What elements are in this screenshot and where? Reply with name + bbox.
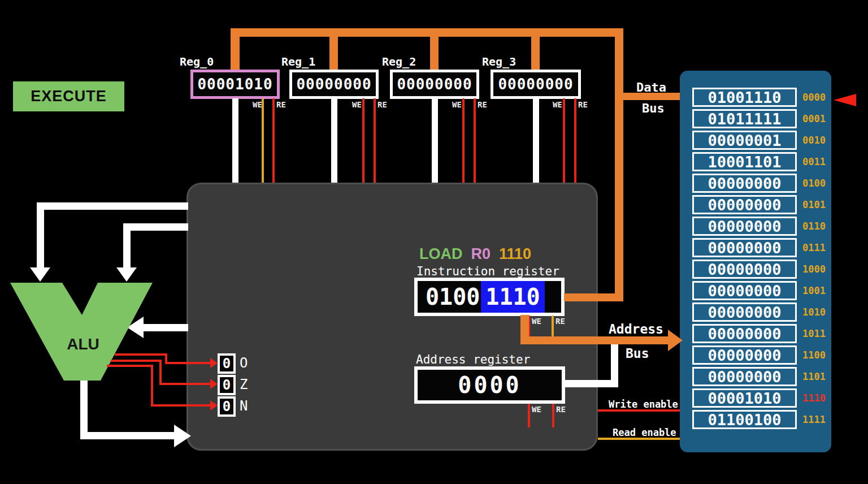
memory-value: 01001110 xyxy=(708,89,781,106)
ar-re-label: RE xyxy=(556,405,566,414)
address-bus-arrow-icon xyxy=(668,330,683,351)
alu-output-wire-h xyxy=(80,432,175,439)
reg0-label: Reg_0 xyxy=(180,55,214,68)
memory-address: 1101 xyxy=(802,371,826,382)
memory-address: 1011 xyxy=(802,328,826,339)
reg2-we-wire xyxy=(462,98,465,183)
ir-re-label: RE xyxy=(555,317,565,326)
address-bus-label-line2: Bus xyxy=(626,346,649,361)
address-bus-horizontal xyxy=(520,336,669,344)
reg3-we-label: WE xyxy=(553,100,562,109)
data-bus-drop-reg2 xyxy=(430,35,439,71)
reg0-box: 00001010 xyxy=(190,70,280,99)
flag-o-wire-1 xyxy=(115,353,167,356)
reg3-re-wire xyxy=(574,98,576,183)
memory-value: 00000000 xyxy=(708,325,781,343)
reg1-re-label: RE xyxy=(377,100,387,109)
memory-pointer-arrow-icon xyxy=(834,94,856,106)
memory-row: 00000000 xyxy=(692,217,797,236)
memory-value: 00001010 xyxy=(708,390,781,407)
memory-value: 00000000 xyxy=(708,304,781,321)
flag-n-arrow-icon xyxy=(210,400,218,410)
memory-address: 1001 xyxy=(802,285,826,296)
reg1-value: 00000000 xyxy=(296,76,371,93)
memory-row: 01011111 xyxy=(692,109,797,128)
memory-address: 0100 xyxy=(802,178,826,189)
memory-address: 1010 xyxy=(802,306,826,318)
flag-o-label: O xyxy=(240,355,248,371)
memory-row: 00000000 xyxy=(692,195,797,214)
memory-row: 00000000 xyxy=(692,174,797,193)
reg3-value: 00000000 xyxy=(498,76,573,93)
memory-row: 00000000 xyxy=(692,345,797,365)
memory-row: 00000000 xyxy=(692,281,797,300)
ir-re-wire xyxy=(552,316,554,336)
flag-n-label: N xyxy=(240,398,248,414)
alu-input2-wire-v xyxy=(123,223,131,267)
flag-z-arrow-icon xyxy=(210,379,218,389)
address-register-box: 0000 xyxy=(414,366,565,404)
data-bus-right-vertical xyxy=(615,28,623,301)
read-enable-wire xyxy=(598,438,680,440)
reg2-we-label: WE xyxy=(452,100,462,109)
reg0-data-wire xyxy=(232,98,238,183)
instruction-register-value-highlight: 1110 xyxy=(481,281,544,313)
data-bus-drop-reg3 xyxy=(531,35,540,71)
instruction-register-label: Instruction register xyxy=(416,265,559,278)
reg2-value: 00000000 xyxy=(397,76,472,93)
memory-row: 10001101 xyxy=(692,152,797,171)
reg2-re-wire xyxy=(474,98,476,183)
ar-bus-wire-h xyxy=(563,380,618,387)
address-bus-label-line1: Address xyxy=(609,322,663,336)
memory-value: 00000000 xyxy=(708,196,781,214)
memory-value: 00000001 xyxy=(708,132,781,149)
memory-address: 0010 xyxy=(802,135,826,146)
reg0-re-wire xyxy=(272,98,275,183)
memory-value: 00000000 xyxy=(708,175,781,192)
data-bus-label-line1: Data xyxy=(636,80,666,94)
memory-value: 01100100 xyxy=(708,411,781,429)
reg0-value: 00001010 xyxy=(197,76,272,93)
current-instruction-text: LOAD R0 1110 xyxy=(419,245,531,263)
reg1-we-label: WE xyxy=(352,100,362,109)
memory-row: 00001010 xyxy=(692,388,797,408)
flag-n-wire-1 xyxy=(107,365,153,367)
memory-row: 01001110 xyxy=(692,88,797,107)
flag-n-value: 0 xyxy=(223,399,231,414)
flag-o-box: 0 xyxy=(218,353,236,374)
alu-input2-wire-h xyxy=(123,223,188,231)
memory-address: 0110 xyxy=(802,221,826,232)
reg0-re-label: RE xyxy=(276,100,286,109)
flag-z-wire-2 xyxy=(159,360,162,385)
data-bus-top-horizontal xyxy=(231,28,623,37)
alu-input1-wire-v xyxy=(37,202,44,267)
ir-we-label: WE xyxy=(532,317,541,326)
reg2-label: Reg_2 xyxy=(382,55,416,68)
reg2-box: 00000000 xyxy=(390,70,479,99)
flag-z-wire-1 xyxy=(111,360,162,362)
read-enable-label: Read enable xyxy=(613,427,676,438)
address-register-label: Address register xyxy=(416,353,530,366)
reg0-we-wire xyxy=(262,98,264,183)
memory-value: 00000000 xyxy=(708,239,781,257)
reg1-label: Reg_1 xyxy=(281,55,315,68)
reg3-data-wire xyxy=(533,98,539,183)
memory-value: 00000000 xyxy=(708,368,781,386)
alu-output-arrow-icon xyxy=(174,425,191,447)
write-enable-label: Write enable xyxy=(609,399,678,410)
write-enable-wire xyxy=(598,409,680,412)
reg1-data-wire xyxy=(331,98,337,183)
instruction-opcode: LOAD xyxy=(419,245,463,263)
reg0-we-label: WE xyxy=(253,100,262,109)
reg3-label: Reg_3 xyxy=(482,55,516,68)
flag-z-value: 0 xyxy=(223,377,231,393)
execute-button[interactable]: EXECUTE xyxy=(13,81,124,111)
flag-o-value: 0 xyxy=(223,356,231,371)
memory-address-active: 1110 xyxy=(802,392,826,404)
reg1-we-wire xyxy=(362,98,364,183)
memory-row: 01100100 xyxy=(692,410,797,429)
flag-o-arrow-icon xyxy=(210,358,218,368)
memory-address: 1000 xyxy=(802,263,826,275)
memory-address: 0111 xyxy=(802,242,826,253)
flag-n-wire-2 xyxy=(151,365,153,407)
